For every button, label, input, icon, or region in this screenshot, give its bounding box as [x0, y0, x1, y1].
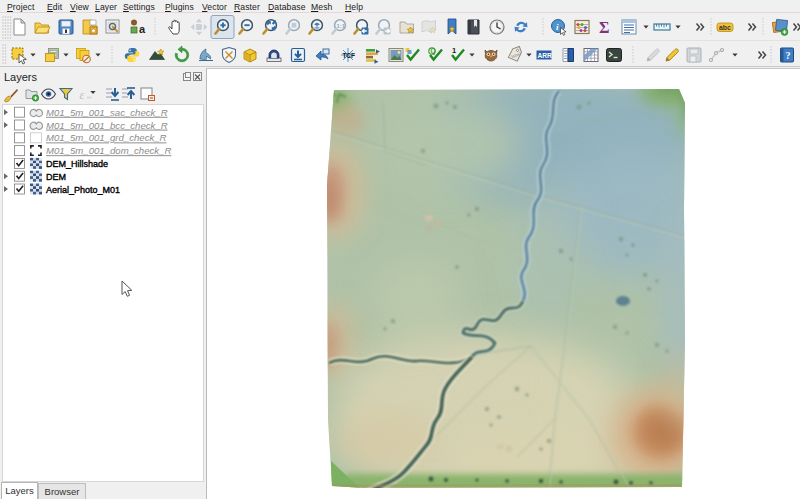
- svg-text:Aerial_Photo_M01: Aerial_Photo_M01: [46, 185, 120, 195]
- svg-text:ARR: ARR: [538, 52, 553, 59]
- svg-text:?: ?: [786, 50, 791, 61]
- svg-text:abc: abc: [719, 24, 731, 31]
- svg-text:DEM_Hillshade: DEM_Hillshade: [46, 159, 108, 169]
- svg-text:TCF: TCF: [342, 52, 355, 59]
- svg-text:M01_5m_001_dom_check_R: M01_5m_001_dom_check_R: [46, 145, 171, 156]
- svg-text:M01_5m_001_sac_check_R: M01_5m_001_sac_check_R: [46, 107, 168, 118]
- svg-text:Q: Q: [430, 47, 435, 55]
- svg-text:1: 1: [452, 46, 456, 55]
- svg-text:1:1: 1:1: [336, 23, 345, 29]
- svg-text:M01_5m_001_bcc_check_R: M01_5m_001_bcc_check_R: [46, 120, 168, 131]
- svg-text:M01_5m_001_grd_check_R: M01_5m_001_grd_check_R: [46, 132, 167, 143]
- svg-text:DEM: DEM: [46, 172, 66, 182]
- svg-text:Σ: Σ: [599, 19, 609, 36]
